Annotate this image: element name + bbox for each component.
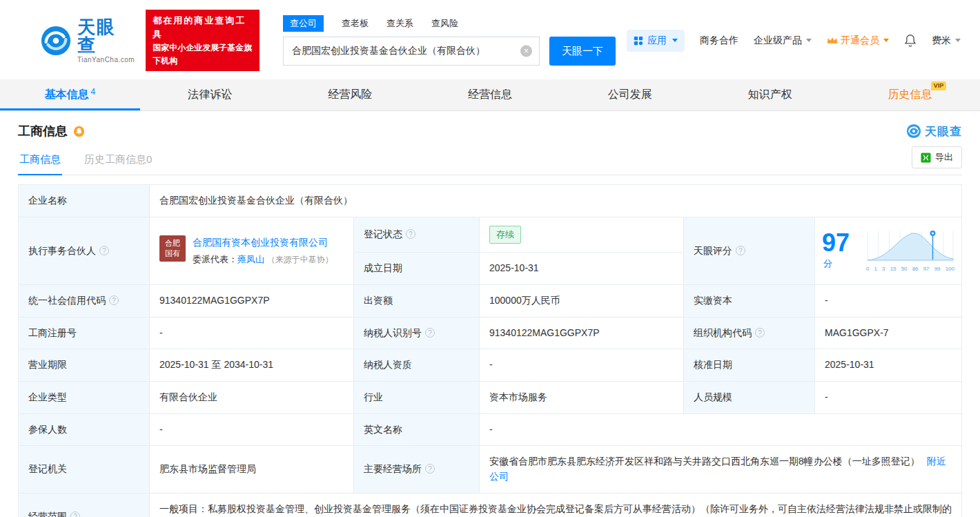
- subtab-history-business-info[interactable]: 历史工商信息0: [83, 146, 153, 175]
- tab-label: 历史信息: [888, 88, 932, 102]
- field-label-company-type: 企业类型: [19, 382, 150, 414]
- brand-watermark-text: 天眼查: [925, 124, 962, 139]
- partner-company-link[interactable]: 合肥国有资本创业投资有限公司: [193, 237, 328, 248]
- delegate-source: （来源于中基协）: [267, 255, 333, 264]
- nav-enterprise-products[interactable]: 企业级产品: [754, 35, 812, 47]
- crown-icon: [827, 36, 838, 45]
- help-icon[interactable]: ?: [406, 229, 415, 239]
- apps-label: 应用: [647, 35, 667, 47]
- field-label-taxpayer-quality: 纳税人资质: [354, 349, 480, 382]
- help-icon[interactable]: ?: [70, 511, 80, 517]
- field-value-industry: 资本市场服务: [480, 382, 684, 414]
- field-value-company-type: 有限合伙企业: [150, 382, 354, 414]
- search-tabs: 查公司 查老板 查关系 查风险: [283, 15, 616, 32]
- open-vip-label: 开通会员: [841, 35, 879, 47]
- help-icon[interactable]: ?: [755, 328, 765, 338]
- search-tab-company[interactable]: 查公司: [283, 15, 324, 32]
- field-label-executive-partner: 执行事务合伙人?: [19, 217, 150, 285]
- search-input[interactable]: [284, 37, 539, 65]
- tab-intellectual-property[interactable]: 知识产权: [700, 79, 840, 110]
- field-label-business-term: 营业期限: [19, 349, 150, 382]
- tab-legal-proceedings[interactable]: 法律诉讼: [140, 79, 280, 110]
- tab-company-development[interactable]: 公司发展: [560, 79, 700, 110]
- slogan-line1: 都在用的商业查询工具: [153, 14, 253, 41]
- field-value-company-name: 合肥国宏创业投资基金合伙企业（有限合伙）: [150, 185, 962, 217]
- score-distribution-chart: 013 155086 9799100: [866, 228, 954, 273]
- score-axis-labels: 013 155086 9799100: [866, 265, 954, 273]
- field-label-score: 天眼评分?: [684, 217, 815, 285]
- table-row: 企业名称 合肥国宏创业投资基金合伙企业（有限合伙）: [19, 185, 962, 217]
- help-icon[interactable]: ?: [425, 328, 435, 338]
- field-value-reg-authority: 肥东县市场监督管理局: [150, 446, 354, 493]
- field-value-org-code: MAG1GGPX-7: [815, 317, 962, 349]
- export-button[interactable]: 导出: [912, 146, 962, 168]
- tab-basic-info[interactable]: 基本信息 4: [0, 79, 140, 110]
- brand-slogan: 都在用的商业查询工具 国家中小企业发展子基金旗下机构: [146, 10, 259, 71]
- field-label-reg-status: 登记状态?: [354, 217, 480, 253]
- tab-label: 法律诉讼: [188, 88, 232, 102]
- field-value-business-term: 2025-10-31 至 2034-10-31: [150, 349, 354, 382]
- status-badge: 存续: [489, 226, 521, 244]
- search-tab-boss[interactable]: 查老板: [342, 17, 369, 30]
- tab-label: 经营信息: [468, 88, 512, 102]
- field-value-taxpayer-id: 91340122MAG1GGPX7P: [480, 317, 684, 349]
- tianyancha-mini-icon: [906, 124, 921, 139]
- help-icon[interactable]: ?: [425, 464, 435, 474]
- brand-watermark: 天眼查: [906, 124, 962, 139]
- help-icon[interactable]: ?: [736, 246, 745, 255]
- vip-badge: VIP: [931, 81, 947, 90]
- field-value-english-name: -: [480, 413, 962, 446]
- field-label-company-name: 企业名称: [19, 185, 150, 217]
- field-label-approval-date: 核准日期: [684, 349, 815, 382]
- field-value-approval-date: 2025-10-31: [815, 349, 962, 382]
- field-value-reg-status: 存续: [480, 217, 684, 253]
- delegate-name-link[interactable]: 雍凤山: [237, 254, 264, 264]
- tab-label: 基本信息: [45, 88, 89, 102]
- tab-operation-risk[interactable]: 经营风险: [280, 79, 420, 110]
- section-title: 工商信息: [18, 123, 68, 139]
- field-value-address: 安徽省合肥市肥东县肥东经济开发区祥和路与关井路交口西北角东巡一期8幢办公楼（一址…: [480, 446, 962, 493]
- user-menu[interactable]: 费米: [932, 35, 961, 47]
- logo-subtitle: TianYanCha.com: [77, 56, 135, 64]
- field-value-paid-capital: -: [815, 284, 962, 317]
- field-label-insured: 参保人数: [19, 413, 150, 446]
- tab-operation-info[interactable]: 经营信息: [420, 79, 560, 110]
- chevron-down-icon: [883, 39, 889, 42]
- field-value-insured: -: [150, 413, 354, 446]
- search-button[interactable]: 天眼一下: [549, 37, 616, 66]
- logo-title: 天眼查: [77, 18, 135, 54]
- top-header: 天眼查 TianYanCha.com 都在用的商业查询工具 国家中小企业发展子基…: [0, 0, 980, 79]
- field-value-score: 97分: [815, 217, 962, 285]
- field-label-credit-code: 统一社会信用代码?: [19, 284, 150, 317]
- nav-open-vip[interactable]: 开通会员: [827, 35, 889, 47]
- field-value-executive-partner: 合肥国有 合肥国有资本创业投资有限公司 委派代表：雍凤山 （来源于中基协）: [150, 217, 354, 285]
- help-icon[interactable]: ?: [99, 246, 109, 255]
- search-tab-relation[interactable]: 查关系: [386, 17, 413, 30]
- apps-menu[interactable]: 应用: [627, 30, 685, 52]
- field-value-scope: 一般项目：私募股权投资基金管理、创业投资基金管理服务（须在中国证券投资基金业协会…: [150, 493, 962, 517]
- nav-cooperation[interactable]: 商务合作: [700, 35, 738, 47]
- field-label-capital: 出资额: [354, 284, 480, 317]
- tab-history-info[interactable]: 历史信息 VIP: [840, 79, 980, 110]
- field-label-staff-size: 人员规模: [684, 382, 815, 414]
- cooperation-label: 商务合作: [700, 35, 738, 47]
- help-icon[interactable]: ?: [109, 295, 119, 305]
- chevron-down-icon: [806, 39, 812, 42]
- tab-label: 知识产权: [748, 88, 792, 102]
- notification-bell[interactable]: [904, 34, 917, 47]
- field-value-establish-date: 2025-10-31: [480, 253, 684, 285]
- export-label: 导出: [935, 151, 953, 164]
- tianyancha-logo[interactable]: 天眼查 TianYanCha.com: [40, 18, 135, 64]
- table-row: 经营范围? 一般项目：私募股权投资基金管理、创业投资基金管理服务（须在中国证券投…: [19, 493, 962, 517]
- partner-logo[interactable]: 合肥国有: [159, 235, 186, 262]
- business-info-table: 企业名称 合肥国宏创业投资基金合伙企业（有限合伙） 执行事务合伙人? 合肥国有 …: [18, 184, 962, 517]
- field-label-address: 主要经营场所?: [354, 446, 480, 493]
- subtab-business-info[interactable]: 工商信息: [18, 146, 62, 175]
- grid-icon: [634, 36, 643, 46]
- clear-search-icon[interactable]: ×: [520, 46, 532, 57]
- score-number: 97分: [822, 231, 859, 271]
- search-tab-risk[interactable]: 查风险: [431, 17, 458, 30]
- slogan-line2: 国家中小企业发展子基金旗下机构: [153, 41, 253, 67]
- subscribe-bell-icon[interactable]: [73, 126, 85, 137]
- tianyancha-logo-icon: [40, 25, 72, 57]
